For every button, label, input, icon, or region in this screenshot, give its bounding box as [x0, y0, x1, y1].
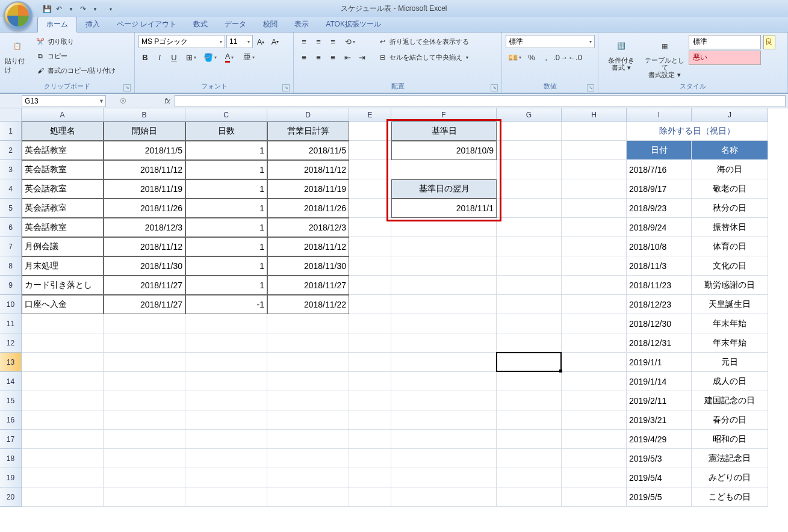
cell-D3[interactable]: 2018/11/12	[267, 160, 349, 179]
cell-D13[interactable]	[267, 353, 349, 372]
row-header-5[interactable]: 5	[0, 199, 22, 218]
cell-I12[interactable]: 2018/12/31	[627, 333, 692, 353]
cell-E15[interactable]	[349, 391, 391, 410]
cell-E5[interactable]	[349, 199, 391, 218]
underline-button[interactable]: U	[167, 51, 181, 64]
cell-C6[interactable]: 1	[185, 218, 267, 237]
cell-H18[interactable]	[562, 449, 627, 468]
cell-H7[interactable]	[562, 237, 627, 256]
cell-D19[interactable]	[267, 468, 349, 487]
cell-A13[interactable]	[22, 353, 104, 372]
cell-I7[interactable]: 2018/10/8	[627, 237, 692, 256]
cell-C7[interactable]: 1	[185, 237, 267, 256]
italic-button[interactable]: I	[153, 51, 166, 64]
tab-formulas[interactable]: 数式	[185, 17, 216, 32]
accounting-format-button[interactable]: 💴	[506, 51, 524, 64]
chevron-down-icon[interactable]: ▼	[99, 98, 104, 104]
tab-atok[interactable]: ATOK拡張ツール	[317, 17, 389, 32]
cell-J3[interactable]: 海の日	[692, 160, 768, 179]
conditional-formatting-button[interactable]: 🔢 条件付き 書式 ▾	[602, 35, 641, 72]
cell-I16[interactable]: 2019/3/21	[627, 410, 692, 430]
cell-B19[interactable]	[104, 468, 185, 487]
cell-F13[interactable]	[391, 353, 497, 372]
cell-H14[interactable]	[562, 372, 627, 391]
align-right-button[interactable]: ≡	[326, 51, 340, 64]
align-center-button[interactable]: ≡	[312, 51, 325, 64]
chevron-down-icon[interactable]: ▼	[90, 4, 100, 14]
cell-I8[interactable]: 2018/11/3	[627, 256, 692, 276]
dialog-launcher-icon[interactable]: ↘	[587, 84, 594, 91]
cell-F12[interactable]	[391, 333, 497, 353]
cell-A11[interactable]	[22, 314, 104, 333]
cell-D6[interactable]: 2018/12/3	[267, 218, 349, 237]
column-header-A[interactable]: A	[22, 108, 104, 122]
cell-G7[interactable]	[497, 237, 562, 256]
cell-C11[interactable]	[185, 314, 267, 333]
row-header-10[interactable]: 10	[0, 295, 22, 314]
row-header-20[interactable]: 20	[0, 487, 22, 507]
cell-A9[interactable]: カード引き落とし	[22, 276, 104, 295]
cell-I13[interactable]: 2019/1/1	[627, 353, 692, 372]
cell-D18[interactable]	[267, 449, 349, 468]
cell-J6[interactable]: 振替休日	[692, 218, 768, 237]
cell-I5[interactable]: 2018/9/23	[627, 199, 692, 218]
cell-J10[interactable]: 天皇誕生日	[692, 295, 768, 314]
cell-F18[interactable]	[391, 449, 497, 468]
cell-D7[interactable]: 2018/11/12	[267, 237, 349, 256]
cell-C17[interactable]	[185, 430, 267, 449]
comma-button[interactable]: ,	[539, 51, 553, 64]
tab-home[interactable]: ホーム	[37, 16, 77, 32]
cell-I15[interactable]: 2019/2/11	[627, 391, 692, 410]
cell-C14[interactable]	[185, 372, 267, 391]
cell-F4[interactable]: 基準日の翌月	[391, 179, 497, 199]
cell-B8[interactable]: 2018/11/30	[104, 256, 185, 276]
redo-icon[interactable]: ↷	[78, 4, 88, 14]
cell-G6[interactable]	[497, 218, 562, 237]
cell-G5[interactable]	[497, 199, 562, 218]
cell-F20[interactable]	[391, 487, 497, 507]
row-header-4[interactable]: 4	[0, 179, 22, 199]
cell-B16[interactable]	[104, 410, 185, 430]
cell-B13[interactable]	[104, 353, 185, 372]
cell-E8[interactable]	[349, 256, 391, 276]
align-bottom-button[interactable]: ≡	[326, 35, 340, 48]
cell-H20[interactable]	[562, 487, 627, 507]
cell-J15[interactable]: 建国記念の日	[692, 391, 768, 410]
orientation-button[interactable]: ⟲	[341, 35, 359, 48]
cell-A12[interactable]	[22, 333, 104, 353]
cell-A5[interactable]: 英会話教室	[22, 199, 104, 218]
qat-customize-icon[interactable]: ▾	[106, 4, 116, 14]
cell-H2[interactable]	[562, 141, 627, 160]
tab-review[interactable]: 校閲	[255, 17, 286, 32]
row-header-13[interactable]: 13	[0, 353, 22, 372]
cell-G4[interactable]	[497, 179, 562, 199]
cell-F7[interactable]	[391, 237, 497, 256]
cell-F17[interactable]	[391, 430, 497, 449]
row-header-9[interactable]: 9	[0, 276, 22, 295]
cell-C4[interactable]: 1	[185, 179, 267, 199]
cell-E10[interactable]	[349, 295, 391, 314]
cell-G13[interactable]	[497, 353, 562, 372]
cell-F6[interactable]	[391, 218, 497, 237]
cell-G18[interactable]	[497, 449, 562, 468]
cell-G19[interactable]	[497, 468, 562, 487]
row-header-3[interactable]: 3	[0, 160, 22, 179]
cell-J11[interactable]: 年末年始	[692, 314, 768, 333]
row-header-14[interactable]: 14	[0, 372, 22, 391]
cell-F19[interactable]	[391, 468, 497, 487]
cell-E16[interactable]	[349, 410, 391, 430]
cell-F5[interactable]: 2018/11/1	[391, 199, 497, 218]
wrap-text-button[interactable]: ↩ 折り返して全体を表示する	[376, 35, 471, 48]
cell-I3[interactable]: 2018/7/16	[627, 160, 692, 179]
cell-D5[interactable]: 2018/11/26	[267, 199, 349, 218]
cell-D11[interactable]	[267, 314, 349, 333]
cell-B1[interactable]: 開始日	[104, 122, 185, 141]
cell-A7[interactable]: 月例会議	[22, 237, 104, 256]
cell-H4[interactable]	[562, 179, 627, 199]
cell-J2[interactable]: 名称	[692, 141, 768, 160]
column-header-G[interactable]: G	[497, 108, 562, 122]
cell-C13[interactable]	[185, 353, 267, 372]
format-as-table-button[interactable]: ▦ テーブルとして 書式設定 ▾	[643, 35, 686, 79]
cell-D4[interactable]: 2018/11/19	[267, 179, 349, 199]
shrink-font-button[interactable]: A▾	[268, 35, 282, 48]
